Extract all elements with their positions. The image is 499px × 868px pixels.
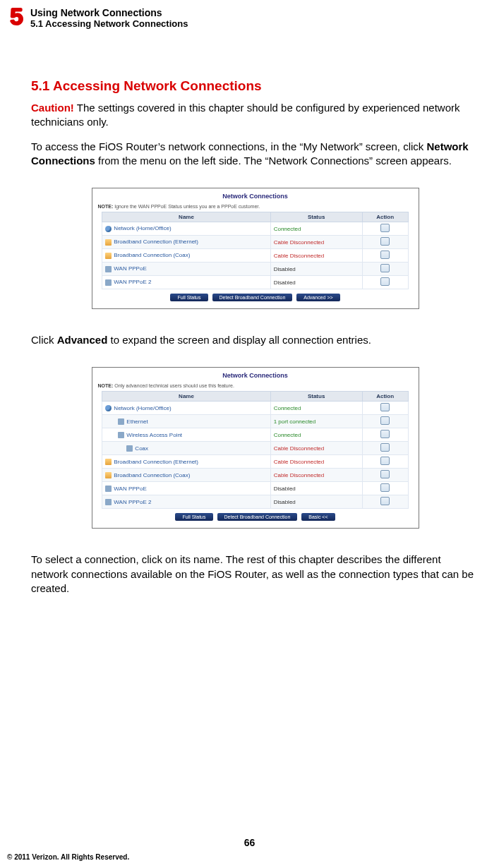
col-action: Action xyxy=(362,392,408,402)
col-name: Name xyxy=(102,212,270,222)
connection-name-cell[interactable]: WAN PPPoE 2 xyxy=(102,495,270,509)
connection-name[interactable]: Broadband Connection (Ethernet) xyxy=(114,239,198,245)
caution-label: Caution! xyxy=(31,102,74,114)
connection-name-cell[interactable]: Broadband Connection (Ethernet) xyxy=(102,236,270,249)
connection-action-cell xyxy=(362,469,408,482)
table-row: CoaxCable Disconnected xyxy=(102,442,408,455)
panel-button[interactable]: Full Status xyxy=(175,513,212,521)
table-row: Broadband Connection (Ethernet)Cable Dis… xyxy=(102,455,408,469)
connection-status: Cable Disconnected xyxy=(270,236,362,249)
connection-name[interactable]: Broadband Connection (Coax) xyxy=(114,252,190,258)
copyright: © 2011 Verizon. All Rights Reserved. xyxy=(7,853,129,861)
table-row: Broadband Connection (Coax)Cable Disconn… xyxy=(102,249,408,263)
table-row: Ethernet1 port connected xyxy=(102,415,408,428)
connection-name-cell[interactable]: Broadband Connection (Ethernet) xyxy=(102,455,270,469)
col-name: Name xyxy=(102,392,270,402)
action-icon[interactable] xyxy=(380,416,390,425)
page-number: 66 xyxy=(0,837,499,848)
connection-name-cell[interactable]: Coax xyxy=(102,442,270,455)
panel-button[interactable]: Detect Broadband Connection xyxy=(217,513,298,521)
connection-action-cell xyxy=(362,263,408,276)
panel-button[interactable]: Advanced >> xyxy=(296,294,339,301)
page-header: 5 Using Network Connections 5.1 Accessin… xyxy=(0,0,499,29)
connection-icon xyxy=(105,486,112,492)
connection-status: Cable Disconnected xyxy=(270,455,362,469)
connection-name-cell[interactable]: Broadband Connection (Coax) xyxy=(102,469,270,482)
panel-button-row: Full StatusDetect Broadband ConnectionBa… xyxy=(92,513,419,521)
connections-table: Name Status Action Network (Home/Office)… xyxy=(102,391,408,509)
connection-status: Disabled xyxy=(270,482,362,495)
col-status: Status xyxy=(270,212,362,222)
connection-icon xyxy=(105,239,112,246)
connection-icon xyxy=(105,405,112,411)
panel-button[interactable]: Detect Broadband Connection xyxy=(212,294,293,301)
connection-name-cell[interactable]: WAN PPPoE xyxy=(102,482,270,495)
action-icon[interactable] xyxy=(380,430,390,438)
action-icon[interactable] xyxy=(380,443,390,452)
connections-table: Name Status Action Network (Home/Office)… xyxy=(102,212,408,289)
connection-icon xyxy=(126,445,133,452)
connection-name[interactable]: WAN PPPoE 2 xyxy=(114,279,151,285)
connection-name[interactable]: WAN PPPoE xyxy=(114,486,146,492)
connection-name[interactable]: WAN PPPoE 2 xyxy=(114,499,151,505)
connection-name-cell[interactable]: Ethernet xyxy=(102,415,270,428)
panel-button[interactable]: Full Status xyxy=(170,294,208,301)
connection-name[interactable]: Broadband Connection (Coax) xyxy=(114,472,190,478)
panel-title: Network Connections xyxy=(92,193,419,200)
connection-action-cell xyxy=(362,249,408,263)
connection-status: Connected xyxy=(270,222,362,236)
connection-name[interactable]: Ethernet xyxy=(126,418,148,425)
connection-name[interactable]: Network (Home/Office) xyxy=(114,405,171,411)
table-row: WAN PPPoEDisabled xyxy=(102,263,408,276)
table-row: Network (Home/Office)Connected xyxy=(102,222,408,236)
table-row: Broadband Connection (Coax)Cable Disconn… xyxy=(102,469,408,482)
table-row: Wireless Access PointConnected xyxy=(102,428,408,442)
connection-name[interactable]: Coax xyxy=(135,445,148,452)
table-row: Network (Home/Office)Connected xyxy=(102,402,408,415)
connection-status: Connected xyxy=(270,402,362,415)
connection-icon xyxy=(105,226,112,232)
network-connections-panel-advanced: Network Connections NOTE: Only advanced … xyxy=(92,367,419,529)
connection-name[interactable]: Wireless Access Point xyxy=(126,432,182,438)
connection-icon xyxy=(105,499,112,505)
action-icon[interactable] xyxy=(380,470,390,478)
connection-status: 1 port connected xyxy=(270,415,362,428)
connection-status: Cable Disconnected xyxy=(270,469,362,482)
chapter-subtitle: 5.1 Accessing Network Connections xyxy=(30,18,188,29)
connection-action-cell xyxy=(362,442,408,455)
connection-name[interactable]: WAN PPPoE xyxy=(114,265,146,272)
action-icon[interactable] xyxy=(380,497,390,505)
action-icon[interactable] xyxy=(380,251,390,259)
table-row: WAN PPPoE 2Disabled xyxy=(102,495,408,509)
connection-icon xyxy=(105,472,112,478)
action-icon[interactable] xyxy=(380,483,390,492)
connection-name-cell[interactable]: WAN PPPoE 2 xyxy=(102,276,270,289)
connection-status: Connected xyxy=(270,428,362,442)
intro-paragraph: To access the FiOS Router’s network conn… xyxy=(31,140,479,169)
table-row: WAN PPPoE 2Disabled xyxy=(102,276,408,289)
connection-action-cell xyxy=(362,482,408,495)
action-icon[interactable] xyxy=(380,237,390,246)
panel-title: Network Connections xyxy=(92,372,419,379)
caution-paragraph: Caution! The settings covered in this ch… xyxy=(31,101,479,130)
connection-icon xyxy=(118,432,124,438)
connection-name-cell[interactable]: Network (Home/Office) xyxy=(102,222,270,236)
connection-name-cell[interactable]: Network (Home/Office) xyxy=(102,402,270,415)
connection-name-cell[interactable]: Broadband Connection (Coax) xyxy=(102,249,270,263)
closing-paragraph: To select a connection, click on its nam… xyxy=(31,553,479,596)
action-icon[interactable] xyxy=(380,264,390,272)
connection-action-cell xyxy=(362,222,408,236)
connection-name-cell[interactable]: Wireless Access Point xyxy=(102,428,270,442)
panel-button[interactable]: Basic << xyxy=(301,513,335,521)
action-icon[interactable] xyxy=(380,277,390,286)
connection-status: Disabled xyxy=(270,276,362,289)
connection-name-cell[interactable]: WAN PPPoE xyxy=(102,263,270,276)
connection-status: Disabled xyxy=(270,495,362,509)
action-icon[interactable] xyxy=(380,403,390,411)
table-row: Broadband Connection (Ethernet)Cable Dis… xyxy=(102,236,408,249)
action-icon[interactable] xyxy=(380,457,390,465)
action-icon[interactable] xyxy=(380,224,390,232)
connection-name[interactable]: Network (Home/Office) xyxy=(114,225,171,231)
connection-name[interactable]: Broadband Connection (Ethernet) xyxy=(114,459,198,465)
section-heading: 5.1 Accessing Network Connections xyxy=(31,78,479,94)
